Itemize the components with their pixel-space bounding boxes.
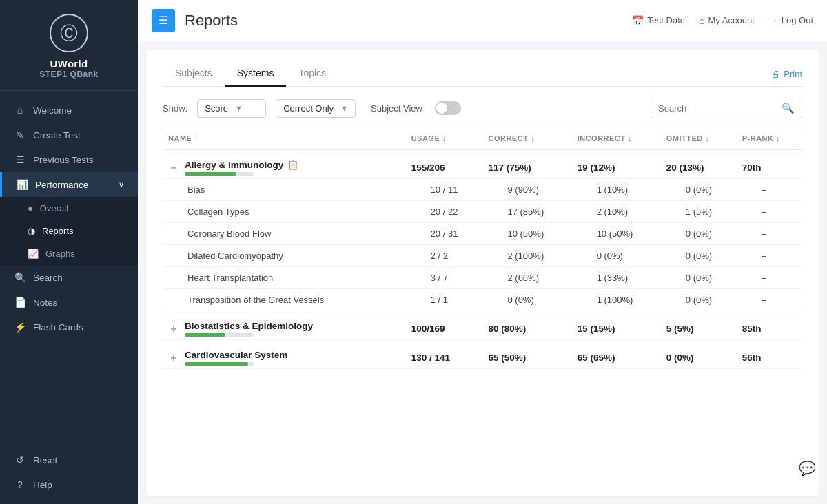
usage-cell: 20 / 22	[406, 201, 483, 223]
score-select[interactable]: Score ▼	[197, 99, 266, 118]
correct-only-select[interactable]: Correct Only ▼	[276, 99, 356, 118]
omitted-cell: 5 (5%)	[661, 311, 737, 340]
tab-topics[interactable]: Topics	[286, 61, 338, 87]
group-toggle-icon[interactable]: −	[168, 162, 179, 174]
group-name: Biostatistics & Epidemiology	[185, 321, 313, 331]
sidebar-sub-label: Reports	[42, 226, 74, 236]
log-out-button[interactable]: → Log Out	[768, 15, 813, 26]
col-incorrect[interactable]: INCORRECT ↓	[572, 127, 661, 150]
col-p-rank[interactable]: P-RANK ↓	[737, 127, 802, 150]
p-rank-cell: 85th	[737, 311, 802, 340]
document-icon: 📋	[287, 160, 298, 170]
group-toggle-icon[interactable]: +	[168, 323, 179, 335]
usage-cell: 155/206	[406, 150, 483, 179]
sidebar-item-flash-cards[interactable]: ⚡ Flash Cards	[0, 315, 138, 339]
home-icon: ⌂	[14, 105, 26, 116]
sidebar-logo: Ⓒ UWorld STEP1 QBank	[0, 0, 138, 91]
col-usage[interactable]: USAGE ↓	[406, 127, 483, 150]
feedback-button[interactable]: 💬	[799, 460, 816, 476]
menu-button[interactable]: ☰	[152, 9, 175, 32]
account-icon: ⌂	[699, 15, 704, 26]
usage-cell: 3 / 7	[406, 267, 483, 289]
sidebar-item-help[interactable]: ? Help	[0, 472, 138, 497]
list-icon: ☰	[14, 154, 26, 165]
sidebar-bottom: ↺ Reset ? Help	[0, 448, 138, 504]
child-name-cell: Coronary Blood Flow	[163, 223, 406, 245]
my-account-button[interactable]: ⌂ My Account	[699, 15, 755, 26]
sidebar-item-create-test[interactable]: ✎ Create Test	[0, 123, 138, 147]
sidebar-item-label: Performance	[35, 180, 88, 190]
omitted-cell: 0 (0%)	[661, 340, 737, 369]
progress-bar-fill	[185, 362, 248, 366]
chevron-down-icon: ∨	[119, 180, 124, 189]
col-correct[interactable]: CORRECT ↓	[482, 127, 571, 150]
sidebar-item-overall[interactable]: ● Overall	[0, 197, 138, 220]
child-name-cell: Transposition of the Great Vessels	[163, 289, 406, 311]
help-icon: ?	[14, 479, 26, 490]
hamburger-icon: ☰	[159, 14, 168, 27]
p-rank-cell: –	[737, 245, 802, 267]
omitted-cell: 1 (5%)	[661, 201, 737, 223]
usage-cell: 10 / 11	[406, 179, 483, 201]
sidebar-item-label: Reset	[33, 455, 57, 465]
logout-icon: →	[768, 15, 778, 26]
sidebar-sub-label: Graphs	[45, 249, 75, 259]
incorrect-cell: 10 (50%)	[572, 223, 661, 245]
usage-cell: 100/169	[406, 311, 483, 340]
search-input[interactable]	[658, 103, 782, 114]
sidebar-item-reset[interactable]: ↺ Reset	[0, 448, 138, 472]
sidebar-item-label: Flash Cards	[33, 322, 83, 333]
correct-cell: 80 (80%)	[482, 311, 571, 340]
tab-subjects[interactable]: Subjects	[163, 61, 225, 87]
notes-icon: 📄	[14, 297, 26, 308]
sidebar-item-welcome[interactable]: ⌂ Welcome	[0, 98, 138, 123]
group-toggle-icon[interactable]: +	[168, 352, 179, 364]
table-row: Dilated Cardiomyopathy 2 / 2 2 (100%) 0 …	[163, 245, 802, 267]
omitted-cell: 0 (0%)	[661, 223, 737, 245]
col-omitted[interactable]: OMITTED ↓	[661, 127, 737, 150]
tab-systems[interactable]: Systems	[225, 61, 287, 87]
omitted-cell: 0 (0%)	[661, 245, 737, 267]
incorrect-cell: 15 (15%)	[572, 311, 661, 340]
toggle-knob	[436, 103, 447, 114]
child-name-cell: Bias	[163, 179, 406, 201]
search-icon[interactable]: 🔍	[782, 102, 795, 114]
group-name: Cardiovascular System	[185, 350, 287, 360]
usage-cell: 2 / 2	[406, 245, 483, 267]
col-name[interactable]: NAME ↑	[163, 127, 406, 150]
show-label: Show:	[163, 103, 187, 114]
incorrect-cell: 19 (12%)	[572, 150, 661, 179]
subject-view-toggle[interactable]	[435, 101, 461, 115]
incorrect-cell: 1 (33%)	[572, 267, 661, 289]
progress-bar-fill	[185, 333, 225, 337]
search-icon: 🔍	[14, 272, 26, 283]
p-rank-cell: –	[737, 289, 802, 311]
usage-cell: 1 / 1	[406, 289, 483, 311]
table-row: Bias 10 / 11 9 (90%) 1 (10%) 0 (0%) –	[163, 179, 802, 201]
sidebar-nav: ⌂ Welcome ✎ Create Test ☰ Previous Tests…	[0, 91, 138, 448]
test-date-button[interactable]: 📅 Test Date	[632, 15, 685, 26]
incorrect-cell: 65 (65%)	[572, 340, 661, 369]
sidebar-item-graphs[interactable]: 📈 Graphs	[0, 242, 138, 265]
correct-cell: 117 (75%)	[482, 150, 571, 179]
sidebar-item-label: Create Test	[33, 130, 81, 140]
graphs-icon: 📈	[28, 249, 39, 259]
sidebar-item-reports[interactable]: ◑ Reports	[0, 220, 138, 242]
sidebar-item-search[interactable]: 🔍 Search	[0, 265, 138, 290]
table-row: Heart Transplantation 3 / 7 2 (66%) 1 (3…	[163, 267, 802, 289]
sidebar-item-label: Previous Tests	[33, 155, 94, 165]
correct-cell: 10 (50%)	[482, 223, 571, 245]
chevron-down-icon: ▼	[235, 104, 243, 112]
sidebar-item-performance[interactable]: 📊 Performance ∨	[0, 172, 138, 197]
sidebar-item-notes[interactable]: 📄 Notes	[0, 290, 138, 315]
reports-icon: ◑	[28, 226, 35, 236]
sidebar-item-previous-tests[interactable]: ☰ Previous Tests	[0, 147, 138, 172]
correct-cell: 17 (85%)	[482, 201, 571, 223]
omitted-cell: 20 (13%)	[661, 150, 737, 179]
incorrect-cell: 0 (0%)	[572, 245, 661, 267]
progress-bar-fill	[185, 172, 236, 176]
print-button[interactable]: 🖨 Print	[771, 69, 802, 86]
omitted-cell: 0 (0%)	[661, 267, 737, 289]
incorrect-cell: 1 (100%)	[572, 289, 661, 311]
child-name-cell: Dilated Cardiomyopathy	[163, 245, 406, 267]
